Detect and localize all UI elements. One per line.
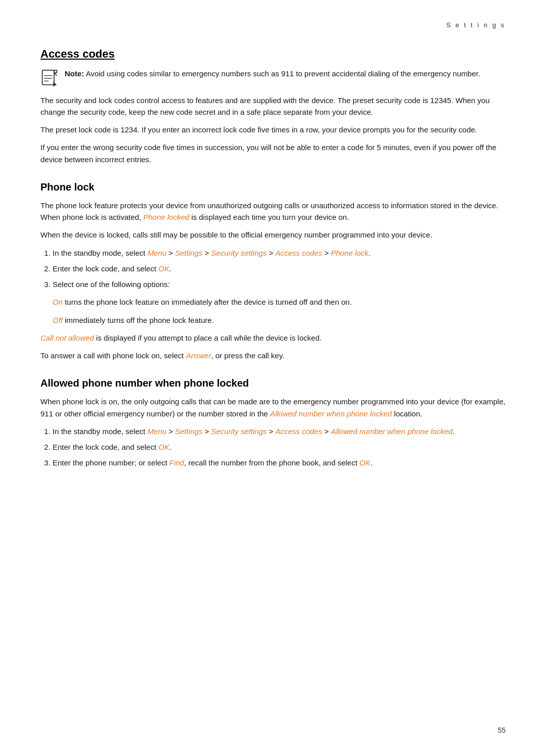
page-header: S e t t i n g s [40, 20, 506, 30]
link-phone-locked-1: Phone locked [143, 213, 189, 221]
call-not-allowed-line: Call not allowed is displayed if you att… [40, 332, 506, 344]
link-find: Find [169, 458, 184, 467]
link-menu-2: Menu [148, 427, 167, 436]
link-menu-1: Menu [148, 249, 167, 257]
phone-lock-step-2: Enter the lock code, and select OK. [53, 263, 506, 274]
access-codes-para2: The preset lock code is 1234. If you ent… [40, 124, 506, 135]
link-on: On [53, 298, 63, 306]
link-access-codes-1: Access codes [276, 249, 323, 257]
link-answer: Answer [186, 351, 211, 360]
svg-rect-1 [54, 70, 57, 72]
link-allowed-number-nav: Allowed number when phone locked [331, 427, 452, 436]
link-allowed-number-when-locked: Allowed number when phone locked [270, 409, 392, 418]
allowed-intro: When phone lock is on, the only outgoing… [40, 396, 506, 419]
option-on-block: On turns the phone lock feature on immed… [53, 296, 506, 308]
link-settings-1: Settings [175, 249, 202, 257]
allowed-phone-steps: In the standby mode, select Menu > Setti… [53, 426, 506, 469]
link-ok-1: OK [158, 264, 169, 273]
section-title-allowed-phone-number: Allowed phone number when phone locked [40, 375, 506, 391]
phone-lock-steps: In the standby mode, select Menu > Setti… [53, 247, 506, 291]
section-title-phone-lock: Phone lock [40, 179, 506, 195]
allowed-step-1: In the standby mode, select Menu > Setti… [53, 426, 506, 437]
link-call-not-allowed: Call not allowed [40, 334, 94, 342]
section-access-codes: Access codes Note: Avoid using codes sim… [40, 45, 506, 165]
phone-lock-para1: The phone lock feature protects your dev… [40, 200, 506, 223]
note-bold: Note: [65, 69, 84, 78]
link-ok-3: OK [359, 458, 371, 467]
section-phone-lock: Phone lock The phone lock feature protec… [40, 179, 506, 362]
link-settings-2: Settings [175, 427, 202, 436]
section-title-access-codes: Access codes [40, 45, 115, 62]
link-off: Off [53, 316, 63, 324]
page-number: 55 [497, 725, 506, 736]
allowed-step-2: Enter the lock code, and select OK. [53, 441, 506, 453]
option-off-block: Off immediately turns off the phone lock… [53, 314, 506, 326]
note-body: Avoid using codes similar to emergency n… [84, 69, 480, 78]
link-security-settings-2: Security settings [211, 427, 267, 436]
link-ok-2: OK [158, 443, 169, 451]
answer-line: To answer a call with phone lock on, sel… [40, 350, 506, 361]
phone-lock-step-3: Select one of the following options: [53, 278, 506, 290]
link-phone-lock-nav: Phone lock [331, 249, 368, 257]
svg-rect-0 [42, 70, 54, 84]
note-box: Note: Avoid using codes similar to emerg… [40, 68, 506, 87]
allowed-step-3: Enter the phone number; or select Find, … [53, 457, 506, 468]
note-text: Note: Avoid using codes similar to emerg… [65, 68, 480, 80]
note-icon [40, 69, 59, 87]
link-access-codes-2: Access codes [276, 427, 323, 436]
access-codes-para3: If you enter the wrong security code fiv… [40, 141, 506, 165]
phone-lock-para2: When the device is locked, calls still m… [40, 229, 506, 241]
phone-lock-step-1: In the standby mode, select Menu > Setti… [53, 247, 506, 259]
option-off-text: Off immediately turns off the phone lock… [53, 314, 506, 326]
access-codes-para1: The security and lock codes control acce… [40, 94, 506, 118]
link-security-settings-1: Security settings [211, 249, 267, 257]
option-on-text: On turns the phone lock feature on immed… [53, 296, 506, 308]
section-allowed-phone-number: Allowed phone number when phone locked W… [40, 375, 506, 468]
